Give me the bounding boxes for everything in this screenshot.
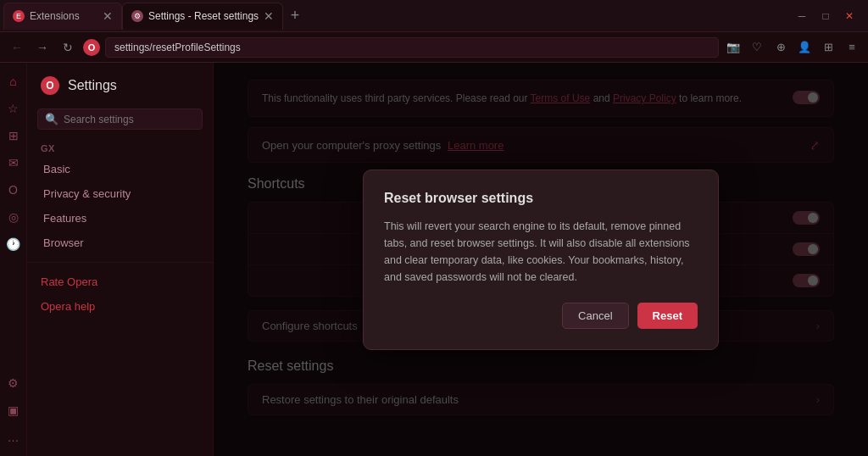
settings-tab-close[interactable]: ✕ [264, 10, 274, 22]
extensions-tab-icon: E [13, 10, 25, 22]
browser-actions: ─ □ ✕ [793, 8, 868, 25]
extensions-tab[interactable]: E Extensions ✕ [3, 3, 122, 30]
sidebar-settings-icon[interactable]: ⚙ [2, 371, 25, 395]
sidebar-vpn-icon[interactable]: ◎ [2, 205, 25, 229]
settings-tab[interactable]: ⚙ Settings - Reset settings ✕ [122, 3, 283, 30]
sidebar-more-icon[interactable]: … [2, 425, 25, 449]
sidebar-opera-icon[interactable]: O [2, 178, 25, 202]
tabs-icon[interactable]: ⊞ [819, 38, 837, 57]
modal-actions: Cancel Reset [384, 303, 698, 329]
search-icon: 🔍 [45, 113, 58, 125]
profile-icon[interactable]: 👤 [795, 38, 814, 57]
minimize-button[interactable]: ─ [793, 8, 810, 25]
settings-title: O Settings [27, 76, 213, 108]
sidebar-extension-icon[interactable]: ⊞ [2, 124, 25, 147]
sidebar-messenger-icon[interactable]: ✉ [2, 151, 25, 175]
menu-icon[interactable]: ≡ [843, 38, 861, 57]
reset-modal: Reset browser settings This will revert … [363, 170, 719, 350]
main-layout: ⌂ ☆ ⊞ ✉ O ◎ 🕐 ⚙ ▣ … O Settings 🔍 GX Basi… [0, 63, 868, 456]
forward-button[interactable]: → [32, 37, 53, 58]
settings-title-text: Settings [68, 78, 117, 93]
opera-help-link[interactable]: Opera help [27, 294, 213, 319]
sidebar-home-icon[interactable]: ⌂ [2, 70, 25, 93]
settings-sidebar: O Settings 🔍 GX Basic Privacy & security… [27, 63, 214, 456]
gx-section-label: GX [27, 140, 213, 157]
url-text: settings/resetProfileSettings [114, 42, 241, 53]
sidebar-history-icon[interactable]: 🕐 [2, 232, 25, 256]
settings-tab-label: Settings - Reset settings [148, 10, 259, 22]
nav-privacy[interactable]: Privacy & security [27, 181, 213, 206]
settings-tab-icon: ⚙ [131, 10, 143, 22]
camera-icon[interactable]: 📷 [724, 38, 743, 57]
sidebar-photos-icon[interactable]: ▣ [2, 398, 25, 422]
close-button[interactable]: ✕ [841, 8, 858, 25]
address-actions: 📷 ♡ ⊕ 👤 ⊞ ≡ [724, 38, 861, 57]
settings-logo: O [41, 76, 59, 95]
reset-button[interactable]: Reset [637, 303, 698, 329]
nav-browser[interactable]: Browser [27, 231, 213, 255]
rate-opera-link[interactable]: Rate Opera [27, 270, 213, 294]
back-button[interactable]: ← [7, 37, 27, 58]
search-bar: 🔍 [27, 108, 213, 140]
address-bar: ← → ↻ O settings/resetProfileSettings 📷 … [0, 32, 868, 63]
modal-title: Reset browser settings [384, 191, 698, 206]
nav-basic[interactable]: Basic [27, 157, 213, 181]
tab-bar: E Extensions ✕ ⚙ Settings - Reset settin… [0, 0, 793, 31]
modal-body: This will revert your search engine to i… [384, 218, 698, 286]
opera-logo: O [83, 39, 100, 56]
nav-divider [27, 262, 213, 263]
extensions-tab-close[interactable]: ✕ [103, 10, 113, 22]
search-input[interactable] [64, 114, 195, 125]
extensions-tab-label: Extensions [30, 10, 80, 22]
sidebar-icons: ⌂ ☆ ⊞ ✉ O ◎ 🕐 ⚙ ▣ … [0, 63, 27, 456]
reload-button[interactable]: ↻ [58, 37, 78, 58]
modal-overlay: Reset browser settings This will revert … [214, 63, 868, 456]
nav-features[interactable]: Features [27, 206, 213, 231]
wallet-icon[interactable]: ⊕ [771, 38, 790, 57]
cancel-button[interactable]: Cancel [562, 303, 628, 329]
restore-button[interactable]: □ [817, 8, 834, 25]
sidebar-bookmark-icon[interactable]: ☆ [2, 97, 25, 120]
url-bar[interactable]: settings/resetProfileSettings [105, 37, 719, 58]
search-input-wrap[interactable]: 🔍 [37, 108, 203, 130]
browser-chrome: E Extensions ✕ ⚙ Settings - Reset settin… [0, 0, 868, 32]
settings-content: This functionality uses third party serv… [214, 63, 868, 456]
heart-icon[interactable]: ♡ [748, 38, 766, 57]
new-tab-button[interactable]: + [283, 4, 307, 28]
